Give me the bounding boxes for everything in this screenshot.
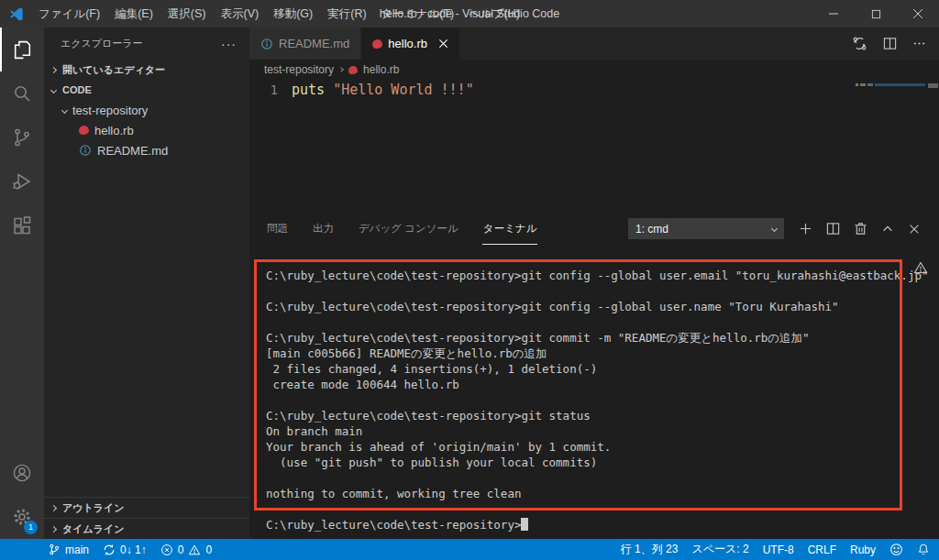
problems-indicator[interactable]: 0 0 bbox=[160, 544, 212, 556]
run-debug-icon[interactable] bbox=[0, 159, 44, 203]
eol-indicator[interactable]: CRLF bbox=[808, 544, 836, 556]
more-actions-icon[interactable] bbox=[912, 37, 926, 50]
sync-indicator[interactable]: 0↓ 1↑ bbox=[103, 544, 147, 556]
minimap[interactable] bbox=[856, 83, 925, 216]
menu-go[interactable]: 移動(G) bbox=[266, 0, 320, 27]
warning-icon bbox=[188, 544, 201, 556]
close-tab-icon[interactable] bbox=[438, 38, 448, 49]
file-hello-rb[interactable]: hello.rb bbox=[44, 120, 249, 140]
terminal-line bbox=[266, 283, 939, 299]
sync-icon bbox=[103, 544, 116, 556]
source-control-icon[interactable] bbox=[0, 115, 44, 159]
terminal-prompt[interactable]: C:\ruby_lecture\code\test-repository> bbox=[266, 517, 939, 533]
outline-section[interactable]: アウトライン bbox=[44, 497, 249, 518]
folder-label: test-repository bbox=[72, 104, 148, 117]
search-icon[interactable] bbox=[0, 71, 44, 115]
tab-debug-console[interactable]: デバッグ コンソール bbox=[358, 213, 459, 245]
chevron-right-icon bbox=[50, 504, 57, 511]
info-file-icon bbox=[260, 38, 273, 50]
split-terminal-icon[interactable] bbox=[826, 222, 840, 236]
terminal-line: C:\ruby_lecture\code\test-repository>git… bbox=[266, 268, 939, 283]
menu-run[interactable]: 実行(R) bbox=[320, 0, 373, 27]
ruby-file-icon bbox=[79, 126, 89, 135]
title-bar: ファイル(F) 編集(E) 選択(S) 表示(V) 移動(G) 実行(R) ター… bbox=[0, 0, 939, 27]
vscode-window: ファイル(F) 編集(E) 選択(S) 表示(V) 移動(G) 実行(R) ター… bbox=[0, 0, 939, 560]
workspace-section[interactable]: CODE bbox=[44, 80, 249, 100]
terminal-line: On branch main bbox=[266, 423, 939, 439]
sidebar-more-actions-icon[interactable]: ··· bbox=[221, 37, 237, 51]
settings-gear-icon[interactable]: 1 bbox=[0, 495, 44, 539]
error-icon bbox=[160, 544, 173, 556]
menu-edit[interactable]: 編集(E) bbox=[107, 0, 160, 27]
menu-terminal[interactable]: ターミナル(T) bbox=[374, 0, 462, 27]
breadcrumb-file[interactable]: hello.rb bbox=[363, 63, 399, 76]
maximize-button[interactable] bbox=[855, 0, 897, 27]
notifications-bell-icon[interactable] bbox=[917, 543, 930, 556]
timeline-label: タイムライン bbox=[62, 522, 125, 536]
breadcrumb-folder[interactable]: test-repository bbox=[264, 63, 334, 76]
terminal-line: 2 files changed, 4 insertions(+), 1 dele… bbox=[266, 361, 939, 377]
terminal-output[interactable]: C:\ruby_lecture\code\test-repository>git… bbox=[249, 245, 939, 539]
terminal-line bbox=[266, 470, 939, 486]
error-count: 0 bbox=[178, 544, 184, 556]
feedback-smiley-icon[interactable] bbox=[889, 543, 903, 556]
vscode-logo-icon bbox=[0, 6, 31, 22]
code-line-1: 1 puts "Hello World !!!" bbox=[249, 80, 939, 98]
explorer-icon[interactable] bbox=[0, 27, 44, 71]
scrollbar-slider[interactable] bbox=[928, 83, 938, 88]
open-editors-label: 開いているエディター bbox=[62, 63, 165, 77]
extensions-icon[interactable] bbox=[0, 203, 44, 247]
new-terminal-icon[interactable] bbox=[799, 222, 812, 236]
terminal-instance-select[interactable]: 1: cmd bbox=[628, 218, 784, 239]
menu-view[interactable]: 表示(V) bbox=[213, 0, 266, 27]
ruby-file-icon bbox=[372, 39, 382, 49]
tab-hello-rb[interactable]: hello.rb bbox=[361, 27, 459, 60]
synchronize-changes-icon[interactable] bbox=[852, 36, 867, 51]
prompt-text: C:\ruby_lecture\code\test-repository> bbox=[266, 518, 521, 532]
kill-terminal-icon[interactable] bbox=[854, 222, 867, 236]
indentation-indicator[interactable]: スペース: 2 bbox=[691, 542, 748, 557]
chevron-right-icon bbox=[50, 66, 57, 72]
tab-terminal[interactable]: ターミナル bbox=[482, 213, 538, 245]
branch-indicator[interactable]: main bbox=[48, 543, 89, 556]
file-label: README.md bbox=[97, 144, 168, 158]
sidebar-title: エクスプローラー bbox=[61, 37, 143, 50]
chevron-down-icon bbox=[50, 86, 57, 93]
menu-selection[interactable]: 選択(S) bbox=[160, 0, 214, 27]
terminal-line: nothing to commit, working tree clean bbox=[266, 486, 939, 501]
folder-test-repository[interactable]: test-repository bbox=[44, 100, 249, 120]
open-editors-section[interactable]: 開いているエディター bbox=[44, 60, 249, 80]
close-panel-icon[interactable] bbox=[908, 223, 921, 236]
tab-problems[interactable]: 問題 bbox=[266, 213, 289, 245]
tab-label: hello.rb bbox=[388, 37, 427, 50]
explorer-sidebar: エクスプローラー ··· 開いているエディター CODE test-reposi… bbox=[44, 27, 249, 539]
file-readme-md[interactable]: README.md bbox=[44, 140, 249, 160]
cursor-position[interactable]: 行 1、列 23 bbox=[621, 542, 679, 557]
split-editor-icon[interactable] bbox=[883, 37, 897, 50]
close-window-button[interactable] bbox=[897, 0, 939, 27]
menu-file[interactable]: ファイル(F) bbox=[31, 0, 107, 27]
terminal-line: C:\ruby_lecture\code\test-repository>git… bbox=[266, 408, 939, 423]
terminal-cursor bbox=[521, 518, 528, 531]
tab-readme-md[interactable]: README.md bbox=[249, 27, 361, 60]
terminal-line: [main c005b66] READMEの変更とhello.rbの追加 bbox=[266, 346, 939, 361]
line-number: 1 bbox=[249, 82, 292, 97]
editor-tab-bar: README.md hello.rb bbox=[249, 27, 939, 60]
encoding-indicator[interactable]: UTF-8 bbox=[763, 544, 794, 556]
warning-count: 0 bbox=[205, 544, 212, 556]
chevron-down-icon bbox=[771, 225, 778, 232]
timeline-section[interactable]: タイムライン bbox=[44, 518, 249, 539]
settings-badge: 1 bbox=[24, 521, 38, 534]
chevron-right-icon bbox=[338, 67, 344, 72]
language-mode[interactable]: Ruby bbox=[850, 544, 876, 556]
maximize-panel-icon[interactable] bbox=[881, 223, 894, 236]
code-editor[interactable]: 1 puts "Hello World !!!" bbox=[249, 80, 939, 213]
workspace-label: CODE bbox=[62, 84, 92, 95]
minimize-button[interactable] bbox=[812, 0, 855, 27]
menu-help[interactable]: ヘルプ(H) bbox=[461, 0, 527, 27]
tab-output[interactable]: 出力 bbox=[312, 213, 335, 245]
panel-header: 問題 出力 デバッグ コンソール ターミナル 1: cmd bbox=[249, 213, 939, 245]
terminal-line bbox=[266, 392, 939, 408]
git-branch-icon bbox=[48, 543, 61, 556]
account-icon[interactable] bbox=[0, 451, 44, 495]
